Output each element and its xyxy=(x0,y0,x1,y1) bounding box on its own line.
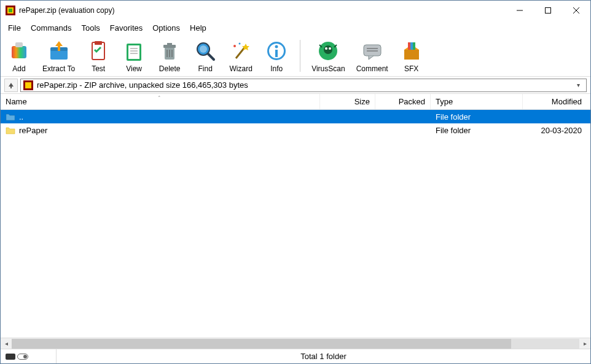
svg-rect-20 xyxy=(167,43,172,45)
file-modified: 20-03-2020 xyxy=(523,126,590,135)
address-dropdown[interactable]: ▾ xyxy=(573,82,584,88)
svg-point-29 xyxy=(239,42,241,44)
svg-rect-33 xyxy=(275,50,278,57)
toolbar-separator xyxy=(300,40,300,72)
add-icon xyxy=(7,39,31,63)
scroll-track[interactable] xyxy=(12,339,579,349)
svg-point-36 xyxy=(325,47,327,50)
svg-rect-14 xyxy=(128,45,139,59)
toggle-icon xyxy=(17,354,28,360)
svg-rect-2 xyxy=(9,9,12,12)
up-button[interactable] xyxy=(4,79,18,92)
svg-rect-45 xyxy=(410,42,413,50)
comment-button[interactable]: Comment xyxy=(356,39,388,73)
wizard-button[interactable]: Wizard xyxy=(229,39,253,73)
file-type: File folder xyxy=(431,112,523,122)
sfx-icon xyxy=(399,39,424,63)
menu-tools[interactable]: Tools xyxy=(76,22,104,34)
view-button[interactable]: View xyxy=(122,39,146,73)
test-button[interactable]: Test xyxy=(86,39,111,73)
file-name: .. xyxy=(19,112,23,122)
svg-rect-43 xyxy=(404,50,419,60)
svg-line-26 xyxy=(208,54,214,60)
info-icon xyxy=(264,39,289,63)
window-title: rePaper.zip (evaluation copy) xyxy=(19,6,506,15)
address-field[interactable]: rePaper.zip - ZIP archive, unpacked size… xyxy=(20,79,587,92)
close-button[interactable] xyxy=(562,1,590,20)
extract-to-button[interactable]: Extract To xyxy=(42,39,75,73)
svg-point-28 xyxy=(233,45,236,47)
comment-icon xyxy=(360,39,385,63)
info-button[interactable]: Info xyxy=(264,39,289,73)
view-icon xyxy=(122,39,146,63)
svg-rect-4 xyxy=(546,8,551,14)
status-text: Total 1 folder xyxy=(56,349,590,363)
menubar: File Commands Tools Favorites Options He… xyxy=(1,20,590,35)
find-button[interactable]: Find xyxy=(193,39,217,73)
addressbar: rePaper.zip - ZIP archive, unpacked size… xyxy=(1,77,590,94)
svg-rect-8 xyxy=(15,42,23,47)
toolbar: Add Extract To Test View Delete Find Wiz… xyxy=(1,35,590,77)
wizard-icon xyxy=(229,39,253,63)
list-item[interactable]: .. File folder xyxy=(1,110,590,123)
sort-indicator: ˄ xyxy=(158,95,161,101)
svg-point-25 xyxy=(200,45,207,53)
minimize-button[interactable] xyxy=(506,1,534,20)
parent-folder-icon xyxy=(6,112,15,121)
disk-icon xyxy=(6,354,15,360)
scroll-right-button[interactable]: ▸ xyxy=(579,338,590,349)
sfx-button[interactable]: SFX xyxy=(399,39,424,73)
svg-rect-44 xyxy=(408,42,410,50)
folder-icon xyxy=(6,126,15,134)
file-type: File folder xyxy=(431,126,523,135)
svg-point-37 xyxy=(329,47,331,50)
column-modified[interactable]: Modified xyxy=(523,94,590,109)
address-text: rePaper.zip - ZIP archive, unpacked size… xyxy=(37,80,569,90)
menu-file[interactable]: File xyxy=(3,22,26,34)
svg-rect-40 xyxy=(364,45,381,56)
column-packed[interactable]: Packed xyxy=(375,94,431,109)
extract-icon xyxy=(47,39,71,63)
test-icon xyxy=(86,39,111,63)
archive-icon xyxy=(23,80,33,90)
file-list[interactable]: .. File folder rePaper File folder 20-03… xyxy=(1,110,590,338)
column-size[interactable]: Size xyxy=(320,94,375,109)
file-name: rePaper xyxy=(19,126,47,135)
column-headers: ˄ Name Size Packed Type Modified xyxy=(1,94,590,110)
find-icon xyxy=(193,39,217,63)
list-item[interactable]: rePaper File folder 20-03-2020 xyxy=(1,123,590,137)
delete-icon xyxy=(157,39,182,63)
virusscan-icon xyxy=(316,39,340,63)
menu-help[interactable]: Help xyxy=(185,22,211,34)
titlebar: rePaper.zip (evaluation copy) xyxy=(1,1,590,20)
delete-button[interactable]: Delete xyxy=(157,39,182,73)
add-button[interactable]: Add xyxy=(7,39,31,73)
scroll-left-button[interactable]: ◂ xyxy=(1,338,12,349)
svg-point-35 xyxy=(324,45,332,54)
status-left xyxy=(1,354,56,360)
app-icon xyxy=(6,6,15,15)
virusscan-button[interactable]: VirusScan xyxy=(311,39,345,73)
statusbar: Total 1 folder xyxy=(1,349,590,363)
menu-favorites[interactable]: Favorites xyxy=(105,22,147,34)
maximize-button[interactable] xyxy=(534,1,562,20)
column-type[interactable]: Type xyxy=(431,94,523,109)
svg-rect-48 xyxy=(25,82,31,88)
menu-commands[interactable]: Commands xyxy=(26,22,76,34)
svg-rect-7 xyxy=(12,46,26,58)
svg-point-32 xyxy=(275,45,278,48)
svg-rect-46 xyxy=(413,42,415,50)
menu-options[interactable]: Options xyxy=(147,22,185,34)
horizontal-scrollbar[interactable]: ◂ ▸ xyxy=(1,338,590,349)
scroll-thumb[interactable] xyxy=(12,339,511,349)
svg-rect-12 xyxy=(95,41,102,45)
